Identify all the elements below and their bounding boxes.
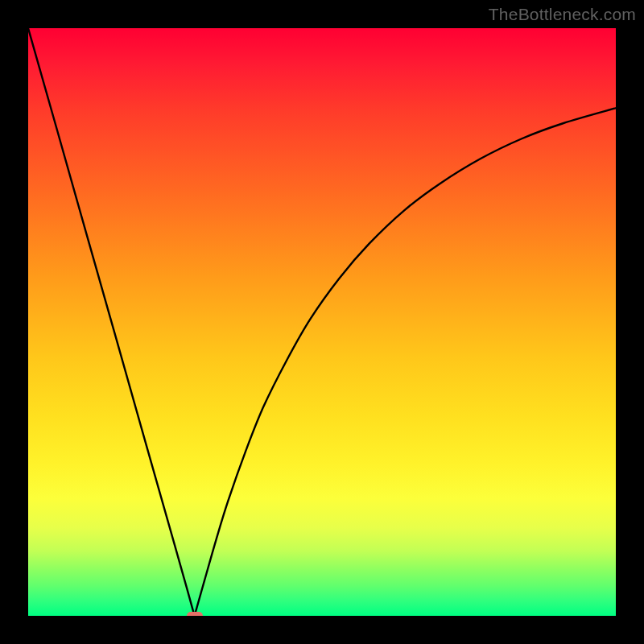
watermark: TheBottleneck.com: [489, 5, 636, 24]
curve-path: [28, 28, 616, 616]
min-marker: [187, 612, 203, 616]
plot-area: [28, 28, 616, 616]
curve-svg: [28, 28, 616, 616]
chart-root: TheBottleneck.com: [0, 0, 644, 644]
